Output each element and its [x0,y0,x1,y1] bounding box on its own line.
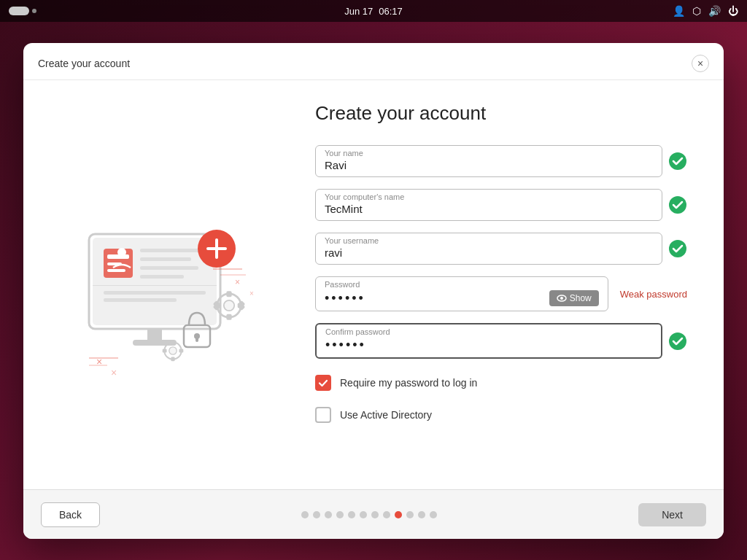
svg-point-46 [669,152,686,170]
taskbar-left [9,7,36,15]
name-input[interactable] [325,159,653,171]
svg-rect-11 [93,285,217,286]
power-icon[interactable]: ⏻ [728,5,738,17]
svg-point-33 [169,346,177,354]
active-directory-label: Use Active Directory [340,409,432,421]
dialog-footer: Back Next [23,489,724,539]
form-panel: Create your account Your name Your [301,80,724,489]
svg-rect-3 [107,254,129,259]
svg-rect-34 [171,340,174,344]
dot-12 [430,511,437,518]
show-password-button[interactable]: Show [549,290,599,306]
illustration: × × × × [67,190,257,380]
svg-point-50 [560,297,563,300]
eye-icon [557,295,567,302]
pagination-dots [301,511,437,518]
svg-point-23 [224,300,234,310]
dot-1 [301,511,309,518]
dialog-backdrop: Create your account × [0,22,747,560]
svg-point-47 [669,196,686,214]
close-button[interactable]: × [692,55,709,72]
name-check-icon [668,152,687,171]
taskbar-right: 👤 ⬡ 🔊 ⏻ [673,5,738,17]
computer-input[interactable] [325,203,653,215]
taskbar-date: Jun 17 [344,6,373,17]
dot-6 [360,511,367,518]
username-field-row: Your username [315,233,687,265]
confirm-label: Confirm password [325,327,652,336]
password-input[interactable] [325,291,546,306]
back-button[interactable]: Back [41,502,100,527]
password-field-row: Password Show Weak p [315,276,687,311]
svg-text:×: × [111,367,117,378]
username-input[interactable] [325,246,653,259]
dialog-titlebar: Create your account × [23,43,724,80]
confirm-check-icon [668,332,687,351]
svg-rect-37 [163,349,167,352]
svg-rect-36 [179,349,183,352]
svg-rect-13 [104,298,177,302]
svg-text:×: × [249,289,254,298]
taskbar: Jun 17 06:17 👤 ⬡ 🔊 ⏻ [0,0,747,22]
svg-rect-12 [104,291,206,295]
taskbar-dot [32,9,36,13]
confirm-field-row: Confirm password [315,323,687,359]
svg-point-6 [117,248,126,257]
password-label: Password [325,280,599,289]
svg-rect-25 [226,314,231,319]
svg-rect-10 [140,275,184,279]
password-field-wrapper: Password Show [315,276,608,311]
dot-5 [348,511,355,518]
svg-rect-9 [140,266,198,270]
next-button[interactable]: Next [638,503,706,526]
volume-icon[interactable]: 🔊 [708,5,721,17]
dot-7 [371,511,379,518]
require-password-row[interactable]: Require my password to log in [315,375,687,391]
dot-8 [383,511,390,518]
person-icon[interactable]: 👤 [673,5,685,17]
dot-3 [325,511,332,518]
name-field-row: Your name [315,145,687,177]
require-password-checkbox[interactable] [315,375,331,391]
dot-9 [395,511,402,518]
dialog-body: × × × × Create your account Your n [23,80,724,489]
dialog-title: Create your account [38,58,130,69]
weak-password-label: Weak password [620,289,687,300]
network-icon[interactable]: ⬡ [692,5,701,17]
require-password-label: Require my password to log in [340,377,477,389]
svg-rect-14 [147,329,162,341]
svg-rect-35 [171,357,174,361]
illustration-panel: × × × × [23,80,301,489]
svg-rect-21 [196,336,198,342]
active-directory-row[interactable]: Use Active Directory [315,407,687,423]
svg-text:×: × [235,277,240,287]
computer-label: Your computer's name [325,192,653,201]
form-heading: Create your account [315,102,687,125]
svg-point-51 [669,332,686,350]
computer-field-row: Your computer's name [315,189,687,221]
dot-10 [406,511,414,518]
username-field-wrapper: Your username [315,233,662,265]
password-inner: Show [325,290,599,306]
show-label: Show [570,293,592,303]
computer-field-wrapper: Your computer's name [315,189,662,221]
username-label: Your username [325,236,653,245]
taskbar-pill [9,7,29,15]
name-label: Your name [325,149,653,158]
svg-rect-8 [140,257,191,261]
dot-4 [336,511,344,518]
confirm-field-wrapper: Confirm password [315,323,662,359]
computer-check-icon [668,195,687,214]
name-field-wrapper: Your name [315,145,662,177]
svg-rect-7 [140,249,206,252]
dot-11 [418,511,425,518]
svg-rect-24 [226,291,231,297]
taskbar-time: 06:17 [379,6,403,17]
svg-point-48 [669,240,686,257]
confirm-input[interactable] [325,338,652,353]
active-directory-checkbox[interactable] [315,407,331,423]
checkmark-icon [318,379,328,387]
taskbar-datetime: Jun 17 06:17 [344,6,403,17]
username-check-icon [668,239,687,258]
svg-rect-5 [107,269,125,272]
